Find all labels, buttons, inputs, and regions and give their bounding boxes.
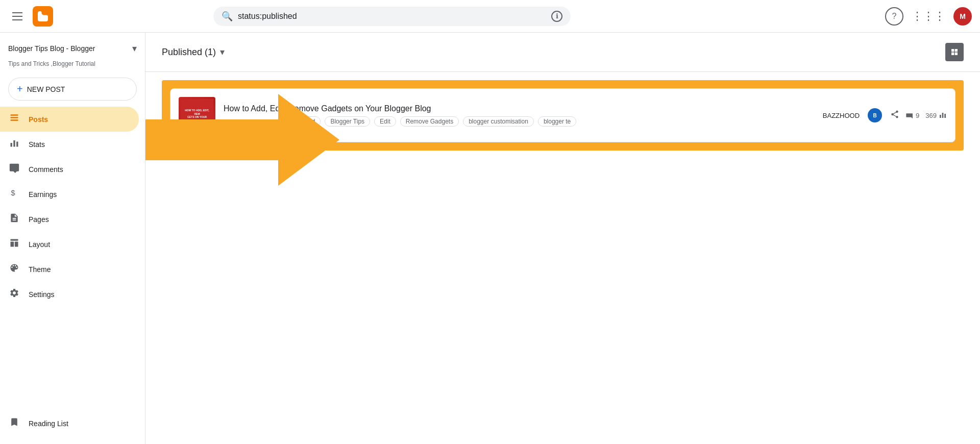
svg-rect-3 (11, 143, 12, 147)
svg-rect-9 (15, 242, 18, 247)
svg-rect-7 (11, 239, 18, 241)
post-status: Published • Dec 4, 2019 (224, 118, 295, 126)
view-count: 369 (925, 111, 947, 120)
settings-icon (8, 288, 20, 301)
post-meta: Published • Dec 4, 2019 Add Blogger Tips… (224, 116, 815, 127)
sidebar: Blogger Tips Blog - Blogger ▾ Tips and T… (0, 33, 145, 444)
info-icon[interactable]: ℹ (551, 11, 562, 22)
topbar-right: ? ⋮⋮⋮ M (885, 7, 972, 26)
svg-text:$: $ (11, 188, 15, 197)
sidebar-item-pages[interactable]: Pages (0, 207, 139, 232)
sidebar-item-settings[interactable]: Settings (0, 282, 139, 307)
posts-nav-label: Posts (29, 115, 48, 124)
svg-rect-4 (13, 140, 15, 147)
apps-icon[interactable]: ⋮⋮⋮ (912, 10, 945, 23)
post-actions: 9 369 (890, 110, 947, 121)
bar-chart-icon[interactable] (939, 111, 947, 120)
published-dropdown-icon[interactable]: ▾ (220, 46, 225, 58)
post-thumbnail-inner: HOW TO ADD, EDIT, REM GETS ON YOUR BLOG (179, 97, 215, 134)
svg-rect-12 (951, 53, 954, 55)
blogger-logo (33, 6, 53, 27)
view-count-label: 369 (925, 112, 937, 119)
author-avatar: B (868, 108, 882, 122)
theme-nav-label: Theme (29, 265, 51, 274)
sidebar-item-comments[interactable]: Comments (0, 157, 139, 182)
earnings-icon: $ (8, 188, 20, 201)
svg-rect-0 (11, 114, 18, 116)
post-right: BAZZHOOD B 9 369 (823, 108, 947, 122)
search-icon: 🔍 (222, 11, 233, 22)
pages-nav-label: Pages (29, 215, 49, 224)
new-post-label: NEW POST (27, 85, 65, 93)
svg-rect-8 (11, 242, 14, 247)
sidebar-item-stats[interactable]: Stats (0, 132, 139, 157)
sidebar-item-layout[interactable]: Layout (0, 232, 139, 257)
svg-rect-15 (940, 115, 941, 118)
help-icon[interactable]: ? (885, 7, 903, 26)
new-post-button[interactable]: + NEW POST (8, 78, 137, 101)
comment-count-label: 9 (916, 112, 919, 119)
blog-subtitle: Tips and Tricks ,Blogger Tutorial (0, 60, 145, 71)
pages-icon (8, 213, 20, 226)
author-name: BAZZHOOD (823, 112, 860, 119)
settings-nav-label: Settings (29, 290, 55, 299)
post-tag-blogger-te[interactable]: blogger te (538, 116, 576, 127)
blog-selector[interactable]: Blogger Tips Blog - Blogger ▾ (0, 37, 145, 60)
post-tag-blogger-tips[interactable]: Blogger Tips (325, 116, 370, 127)
sidebar-item-reading-list[interactable]: Reading List (0, 411, 139, 436)
posts-list-wrapper: HOW TO ADD, EDIT, REM GETS ON YOUR BLOG … (162, 80, 964, 151)
post-info: How to Add, Edit, Remove Gadgets on Your… (224, 104, 815, 127)
sidebar-bottom: Reading List (0, 411, 145, 444)
topbar: 🔍 ℹ ? ⋮⋮⋮ M (0, 0, 980, 33)
stats-icon (8, 138, 20, 151)
post-tag-edit[interactable]: Edit (374, 116, 396, 127)
post-item[interactable]: HOW TO ADD, EDIT, REM GETS ON YOUR BLOG … (170, 88, 955, 142)
published-label: Published (1) (162, 47, 216, 58)
svg-rect-2 (11, 119, 18, 121)
layout-icon (8, 238, 20, 251)
avatar[interactable]: M (953, 7, 972, 26)
blog-dropdown-icon[interactable]: ▾ (132, 43, 137, 54)
svg-rect-5 (16, 142, 18, 147)
svg-rect-17 (944, 114, 946, 118)
svg-rect-10 (951, 49, 954, 52)
plus-icon: + (17, 83, 23, 95)
post-title: How to Add, Edit, Remove Gadgets on Your… (224, 104, 815, 113)
comment-count: 9 (905, 111, 919, 119)
earnings-nav-label: Earnings (29, 190, 57, 199)
post-tag-blogger-customisation[interactable]: blogger customisation (463, 116, 534, 127)
blog-name: Blogger Tips Blog - Blogger (8, 44, 128, 53)
svg-rect-1 (11, 117, 18, 118)
svg-rect-11 (955, 49, 958, 52)
svg-rect-16 (942, 113, 944, 118)
search-input[interactable] (238, 12, 546, 21)
topbar-left (8, 6, 53, 27)
stats-nav-label: Stats (29, 140, 45, 149)
share-icon[interactable] (890, 110, 899, 121)
search-bar: 🔍 ℹ (213, 7, 571, 26)
posts-icon (8, 113, 20, 126)
menu-icon[interactable] (8, 8, 27, 24)
layout-nav-label: Layout (29, 240, 50, 249)
reading-list-icon (8, 417, 20, 430)
view-toggle-button[interactable] (945, 43, 964, 61)
post-thumbnail: HOW TO ADD, EDIT, REM GETS ON YOUR BLOG (179, 97, 215, 134)
reading-list-nav-label: Reading List (29, 420, 68, 428)
post-tag-remove-gadgets[interactable]: Remove Gadgets (400, 116, 459, 127)
comments-icon (8, 163, 20, 176)
main-layout: Blogger Tips Blog - Blogger ▾ Tips and T… (0, 33, 980, 444)
theme-icon (8, 263, 20, 276)
sidebar-item-posts[interactable]: Posts (0, 107, 139, 132)
post-tag-add[interactable]: Add (299, 116, 321, 127)
content-area: Published (1) ▾ HOW TO ADD, EDIT, REM (145, 33, 980, 444)
svg-rect-13 (955, 53, 958, 55)
comments-nav-label: Comments (29, 165, 63, 174)
posts-header: Published (1) ▾ (145, 33, 980, 72)
sidebar-item-earnings[interactable]: $ Earnings (0, 182, 139, 207)
sidebar-item-theme[interactable]: Theme (0, 257, 139, 282)
